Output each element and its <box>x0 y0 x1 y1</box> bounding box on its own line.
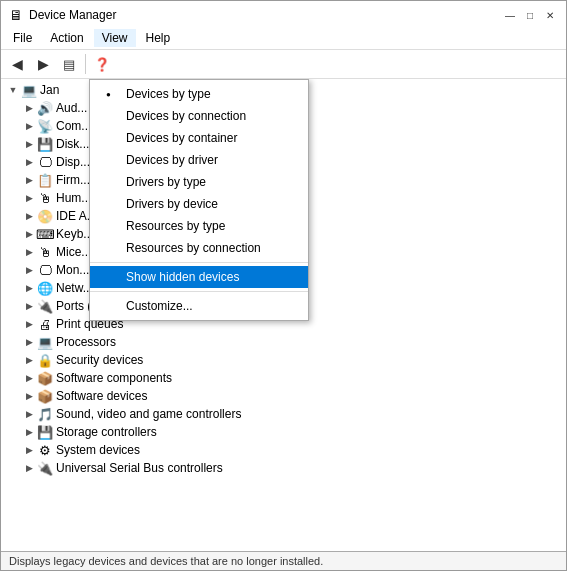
content-area: ▼ 💻 Jan ▶ 🔊 Aud... ▶ 📡 Com... ▶ 💾 Disk..… <box>1 79 566 551</box>
usb-icon: 🔌 <box>37 460 53 476</box>
back-button[interactable]: ◀ <box>5 52 29 76</box>
sw-components-icon: 📦 <box>37 370 53 386</box>
list-item[interactable]: ▶ 🔌 Universal Serial Bus controllers <box>1 459 566 477</box>
sound-icon: 🎵 <box>37 406 53 422</box>
separator-1 <box>90 262 308 263</box>
expand-icon[interactable]: ▶ <box>21 424 37 440</box>
list-item[interactable]: ▶ 💾 Storage controllers <box>1 423 566 441</box>
item-label: Software devices <box>56 389 147 403</box>
expand-icon[interactable]: ▶ <box>21 334 37 350</box>
root-label: Jan <box>40 83 59 97</box>
expand-icon[interactable]: ▶ <box>21 154 37 170</box>
expand-icon[interactable]: ▶ <box>21 118 37 134</box>
item-label: Com... <box>56 119 91 133</box>
separator-2 <box>90 291 308 292</box>
item-label: Keyb... <box>56 227 93 241</box>
menu-item-devices-by-driver[interactable]: Devices by driver <box>90 149 308 171</box>
keyboard-icon: ⌨ <box>37 226 53 242</box>
list-item[interactable]: ▶ 🔒 Security devices <box>1 351 566 369</box>
menu-view[interactable]: View <box>94 29 136 47</box>
status-bar: Displays legacy devices and devices that… <box>1 551 566 570</box>
expand-icon[interactable]: ▶ <box>21 388 37 404</box>
view-dropdown-menu: Devices by type Devices by connection De… <box>89 79 309 321</box>
title-controls: — □ ✕ <box>502 7 558 23</box>
expand-icon[interactable]: ▶ <box>21 460 37 476</box>
menu-action[interactable]: Action <box>42 29 91 47</box>
expand-icon[interactable]: ▶ <box>21 172 37 188</box>
network-icon: 🌐 <box>37 280 53 296</box>
menu-bar: File Action View Help <box>1 27 566 50</box>
sw-devices-icon: 📦 <box>37 388 53 404</box>
expand-icon[interactable]: ▶ <box>21 190 37 206</box>
item-label: Security devices <box>56 353 143 367</box>
item-label: Firm... <box>56 173 90 187</box>
item-label: Universal Serial Bus controllers <box>56 461 223 475</box>
monitor-icon: 🖵 <box>37 262 53 278</box>
maximize-button[interactable]: □ <box>522 7 538 23</box>
com-icon: 📡 <box>37 118 53 134</box>
menu-item-resources-by-connection[interactable]: Resources by connection <box>90 237 308 259</box>
list-item[interactable]: ▶ 💻 Processors <box>1 333 566 351</box>
menu-file[interactable]: File <box>5 29 40 47</box>
forward-button[interactable]: ▶ <box>31 52 55 76</box>
expand-icon[interactable]: ▶ <box>21 136 37 152</box>
audio-icon: 🔊 <box>37 100 53 116</box>
menu-item-show-hidden-devices[interactable]: Show hidden devices <box>90 266 308 288</box>
expand-icon[interactable]: ▶ <box>21 100 37 116</box>
ide-icon: 📀 <box>37 208 53 224</box>
firmware-icon: 📋 <box>37 172 53 188</box>
expand-icon[interactable]: ▶ <box>21 262 37 278</box>
expand-icon[interactable]: ▶ <box>21 298 37 314</box>
list-item[interactable]: ▶ 📦 Software components <box>1 369 566 387</box>
menu-item-resources-by-type[interactable]: Resources by type <box>90 215 308 237</box>
list-item[interactable]: ▶ ⚙ System devices <box>1 441 566 459</box>
expand-icon[interactable]: ▶ <box>21 316 37 332</box>
device-manager-window: 🖥 Device Manager — □ ✕ File Action View … <box>0 0 567 571</box>
toolbar-separator <box>85 54 86 74</box>
hid-icon: 🖱 <box>37 190 53 206</box>
computer-icon: 💻 <box>21 82 37 98</box>
toolbar: ◀ ▶ ▤ ❓ <box>1 50 566 79</box>
root-expand-icon[interactable]: ▼ <box>5 82 21 98</box>
display-icon: 🖵 <box>37 154 53 170</box>
menu-help[interactable]: Help <box>138 29 179 47</box>
list-item[interactable]: ▶ 📦 Software devices <box>1 387 566 405</box>
item-label: Sound, video and game controllers <box>56 407 241 421</box>
menu-item-devices-by-type[interactable]: Devices by type <box>90 83 308 105</box>
expand-icon[interactable]: ▶ <box>21 280 37 296</box>
item-label: Mice... <box>56 245 91 259</box>
close-button[interactable]: ✕ <box>542 7 558 23</box>
item-label: Software components <box>56 371 172 385</box>
expand-icon[interactable]: ▶ <box>21 208 37 224</box>
menu-item-drivers-by-device[interactable]: Drivers by device <box>90 193 308 215</box>
status-text: Displays legacy devices and devices that… <box>9 555 323 567</box>
mice-icon: 🖱 <box>37 244 53 260</box>
menu-item-devices-by-container[interactable]: Devices by container <box>90 127 308 149</box>
item-label: Netw... <box>56 281 93 295</box>
item-label: Aud... <box>56 101 87 115</box>
menu-item-devices-by-connection[interactable]: Devices by connection <box>90 105 308 127</box>
expand-icon[interactable]: ▶ <box>21 352 37 368</box>
processor-icon: 💻 <box>37 334 53 350</box>
expand-icon[interactable]: ▶ <box>21 370 37 386</box>
window-title: Device Manager <box>29 8 116 22</box>
system-icon: ⚙ <box>37 442 53 458</box>
menu-item-drivers-by-type[interactable]: Drivers by type <box>90 171 308 193</box>
item-label: Hum... <box>56 191 91 205</box>
list-item[interactable]: ▶ 🎵 Sound, video and game controllers <box>1 405 566 423</box>
expand-icon[interactable]: ▶ <box>21 442 37 458</box>
window-icon: 🖥 <box>9 7 23 23</box>
storage-icon: 💾 <box>37 424 53 440</box>
expand-icon[interactable]: ▶ <box>21 406 37 422</box>
item-label: Processors <box>56 335 116 349</box>
menu-item-customize[interactable]: Customize... <box>90 295 308 317</box>
expand-icon[interactable]: ▶ <box>21 244 37 260</box>
item-label: Mon... <box>56 263 89 277</box>
item-label: Disk... <box>56 137 89 151</box>
print-icon: 🖨 <box>37 316 53 332</box>
minimize-button[interactable]: — <box>502 7 518 23</box>
properties-button[interactable]: ▤ <box>57 52 81 76</box>
help-button[interactable]: ❓ <box>90 52 114 76</box>
title-bar-left: 🖥 Device Manager <box>9 7 116 23</box>
item-label: System devices <box>56 443 140 457</box>
